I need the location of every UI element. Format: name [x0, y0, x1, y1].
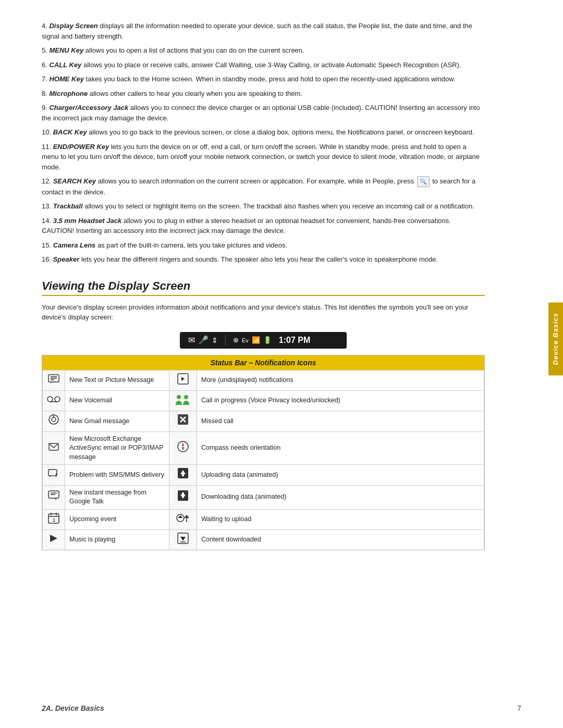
footer-page-number: 7 — [517, 704, 521, 712]
status-bar-divider — [225, 335, 226, 346]
upcoming-event-icon: 1 — [48, 512, 59, 524]
item-number: 15. — [42, 241, 53, 249]
list-item-11: 11. END/POWER Key lets you turn the devi… — [42, 142, 485, 172]
uploading-data-icon — [177, 467, 189, 479]
desc-text-message: New Text or Picture Message — [65, 370, 169, 390]
list-item-4: 4. Display Screen displays all the infor… — [42, 21, 485, 41]
page-footer: 2A. Device Basics 7 — [42, 704, 521, 712]
item-number: 6. — [42, 61, 49, 69]
mic-status-icon: 🎤 — [198, 335, 209, 345]
call-in-progress-icon — [174, 393, 192, 405]
term-trackball: Trackball — [53, 202, 83, 210]
device-basics-side-tab: Device Basics — [548, 302, 563, 375]
icon-cell-gtalk — [43, 485, 65, 509]
term-search-key: SEARCH Key — [53, 177, 96, 185]
item-number: 16. — [42, 255, 53, 263]
list-item-10: 10. BACK Key allows you to go back to th… — [42, 127, 485, 138]
icon-cell-sms-problem: ! — [43, 465, 65, 485]
missed-call-icon — [177, 414, 189, 425]
table-row: New Microsoft Exchange ActiveSync email … — [43, 431, 484, 465]
notification-table: New Text or Picture Message More (undisp… — [42, 370, 484, 550]
compass-needs-orientation-icon — [177, 440, 189, 453]
item-number: 14. — [42, 217, 53, 225]
icon-cell-compass — [169, 431, 197, 465]
desc-more-notifications: More (undisplayed) notifications — [197, 370, 484, 390]
exchange-email-icon — [48, 442, 59, 451]
list-item-8: 8. Microphone allows other callers to he… — [42, 89, 485, 99]
term-end-power-key: END/POWER Key — [53, 143, 109, 151]
svg-text:!: ! — [55, 473, 57, 478]
icon-cell-more-notifications — [169, 370, 197, 390]
notification-table-wrapper: Status Bar – Notification Icons New — [42, 355, 485, 551]
desc-sms-problem: Problem with SMS/MMS delivery — [65, 465, 169, 485]
svg-text:1: 1 — [53, 517, 55, 523]
svg-marker-46 — [180, 537, 186, 541]
list-item-7: 7. HOME Key takes you back to the Home s… — [42, 74, 485, 84]
status-bar-demo: ✉ 🎤 ⇕ ⊕ Ev 📶 🔋 1:07 PM — [42, 332, 485, 349]
ev-icon: Ev — [242, 337, 249, 343]
waiting-to-upload-icon — [176, 512, 190, 524]
new-gmail-icon — [48, 414, 59, 425]
icon-cell-voicemail — [43, 390, 65, 411]
item-number: 13. — [42, 202, 53, 210]
notification-table-header: Status Bar – Notification Icons — [42, 355, 484, 370]
item-number: 7. — [42, 75, 49, 83]
svg-point-8 — [55, 397, 60, 402]
desc-voicemail: New Voicemail — [65, 390, 169, 411]
desc-gtalk: New instant message from Google Talk — [65, 485, 169, 509]
desc-missed-call: Missed call — [197, 411, 484, 431]
signal-icon: 📶 — [252, 336, 260, 344]
desc-exchange: New Microsoft Exchange ActiveSync email … — [65, 431, 169, 465]
item-number: 9. — [42, 104, 49, 112]
icon-cell-content-downloaded — [169, 529, 197, 550]
desc-music: Music is playing — [65, 529, 169, 550]
device-features-list: 4. Display Screen displays all the infor… — [42, 21, 485, 265]
svg-point-10 — [177, 395, 181, 399]
content-downloaded-icon — [177, 533, 189, 544]
status-bar-time: 1:07 PM — [279, 336, 310, 345]
table-row: 1 Upcoming event Waiting to upload — [43, 509, 484, 529]
item-number: 10. — [42, 128, 53, 136]
icon-cell-call-progress — [169, 390, 197, 411]
item-number: 11. — [42, 143, 53, 151]
term-display-screen: Display Screen — [49, 22, 97, 30]
desc-downloading: Downloading data (animated) — [197, 485, 484, 509]
desc-content-downloaded: Content downloaded — [197, 529, 484, 550]
svg-point-13 — [52, 417, 56, 422]
desc-compass: Compass needs orientation — [197, 431, 484, 465]
svg-point-11 — [184, 395, 188, 399]
item-number: 4. — [42, 22, 49, 30]
list-item-16: 16. Speaker lets you hear the different … — [42, 254, 485, 265]
downloading-data-icon — [177, 490, 189, 501]
svg-rect-27 — [182, 474, 184, 476]
search-key-icon: 🔍 — [417, 176, 430, 187]
list-item-12: 12. SEARCH Key allows you to search info… — [42, 176, 485, 197]
list-item-6: 6. CALL Key allows you to place or recei… — [42, 60, 485, 70]
desc-uploading: Uploading data (animated) — [197, 465, 484, 485]
term-menu-key: MENU Key — [49, 46, 83, 54]
icon-cell-exchange — [43, 431, 65, 465]
usb-status-icon: ⇕ — [212, 336, 218, 344]
item-number: 8. — [42, 90, 49, 97]
google-talk-icon — [48, 490, 59, 501]
icon-cell-uploading — [169, 465, 197, 485]
svg-rect-34 — [182, 492, 184, 495]
item-number: 5. — [42, 46, 49, 54]
svg-marker-21 — [182, 447, 184, 451]
svg-marker-4 — [51, 382, 52, 383]
term-back-key: BACK Key — [53, 128, 87, 136]
icon-cell-music — [43, 529, 65, 550]
list-item-14: 14. 3.5 mm Headset Jack allows you to pl… — [42, 216, 485, 236]
term-home-key: HOME Key — [49, 75, 83, 83]
desc-waiting-upload: Waiting to upload — [197, 509, 484, 529]
list-item-15: 15. Camera Lens as part of the built-in … — [42, 240, 485, 251]
term-speaker: Speaker — [53, 255, 80, 263]
desc-gmail: New Gmail message — [65, 411, 169, 431]
battery-icon: 🔋 — [263, 336, 272, 344]
term-microphone: Microphone — [49, 90, 88, 97]
list-item-13: 13. Trackball allows you to select or hi… — [42, 201, 485, 212]
item-number: 12. — [42, 177, 53, 185]
status-icons-right: ⊕ Ev 📶 🔋 — [233, 336, 272, 344]
section-intro-text: Your device's display screen provides in… — [42, 302, 485, 323]
icon-cell-missed-call — [169, 411, 197, 431]
